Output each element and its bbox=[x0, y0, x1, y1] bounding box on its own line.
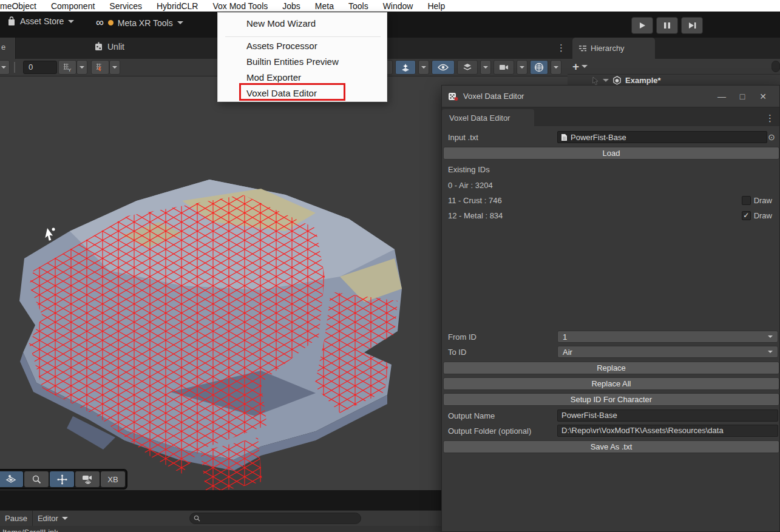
snap-button[interactable] bbox=[91, 60, 109, 75]
menu-gameobject[interactable]: meObject bbox=[0, 1, 44, 11]
grid-y-icon: Y bbox=[63, 63, 72, 72]
grid-size-field[interactable]: 0 bbox=[23, 61, 57, 74]
scene-kebab-menu[interactable]: ⋮ bbox=[557, 42, 566, 53]
output-name-field[interactable]: PowerFist-Base bbox=[557, 409, 778, 422]
chevron-down-icon bbox=[62, 517, 68, 520]
step-button[interactable] bbox=[681, 17, 703, 34]
menu-item-mod-exporter[interactable]: Mod Exporter bbox=[246, 72, 301, 82]
tab-hierarchy[interactable]: Hierarchy bbox=[572, 38, 655, 59]
gizmos-button[interactable] bbox=[530, 60, 548, 75]
dice-icon bbox=[448, 91, 458, 101]
pause-button[interactable] bbox=[656, 17, 678, 34]
shopping-bag-icon bbox=[7, 16, 16, 26]
draw-label: Draw bbox=[754, 211, 772, 220]
existing-ids-label: Existing IDs bbox=[442, 165, 490, 174]
draw-label: Draw bbox=[754, 196, 772, 205]
replace-button[interactable]: Replace bbox=[443, 362, 779, 374]
camera-icon bbox=[499, 64, 509, 71]
status-strip bbox=[0, 490, 441, 510]
menu-item-builtin-entities-preview[interactable]: Builtin Entities Preview bbox=[246, 56, 339, 67]
scene-visibility-button[interactable] bbox=[432, 60, 455, 75]
menu-separator bbox=[225, 36, 381, 37]
add-object-button[interactable]: + bbox=[572, 60, 579, 73]
menu-window[interactable]: Window bbox=[376, 1, 421, 11]
menu-item-assets-processor[interactable]: Assets Processor bbox=[246, 41, 317, 51]
toolbar-divider bbox=[14, 62, 15, 73]
asset-store-button[interactable]: Asset Store bbox=[7, 16, 74, 26]
effects-dropdown[interactable] bbox=[418, 60, 429, 75]
to-id-dropdown[interactable]: Air bbox=[557, 346, 778, 358]
grid-axis-button[interactable]: Y bbox=[58, 60, 76, 75]
cursor-marker bbox=[45, 228, 55, 241]
chevron-down-icon bbox=[768, 351, 773, 353]
layers-dropdown[interactable] bbox=[480, 60, 491, 75]
snap-dropdown[interactable] bbox=[109, 60, 120, 75]
scene-name-label: Example* bbox=[625, 76, 661, 85]
menu-component[interactable]: Component bbox=[44, 1, 102, 11]
magnifier-icon bbox=[32, 475, 41, 484]
menu-meta[interactable]: Meta bbox=[308, 1, 341, 11]
load-button[interactable]: Load bbox=[443, 147, 779, 160]
gizmos-dropdown[interactable] bbox=[551, 60, 561, 75]
error-pause-toggle[interactable]: Pause bbox=[0, 514, 27, 523]
replace-all-button[interactable]: Replace All bbox=[443, 377, 779, 390]
hierarchy-search-input[interactable] bbox=[772, 61, 780, 72]
play-icon bbox=[639, 22, 646, 29]
meta-xr-tools-button[interactable]: ∞ Meta XR Tools bbox=[96, 16, 183, 29]
menu-hybridclr[interactable]: HybridCLR bbox=[149, 1, 205, 11]
move-cross-icon bbox=[57, 474, 67, 485]
draw-checkbox-crust[interactable] bbox=[742, 196, 751, 205]
output-name-label: Output Name bbox=[442, 411, 495, 420]
editor-dropdown[interactable]: Editor bbox=[38, 514, 58, 523]
unity-scene-icon bbox=[612, 76, 622, 85]
menu-help[interactable]: Help bbox=[420, 1, 452, 11]
text-asset-icon bbox=[561, 133, 568, 141]
hierarchy-toolbar: + bbox=[568, 59, 780, 75]
step-icon bbox=[688, 22, 696, 29]
from-id-dropdown[interactable]: 1 bbox=[557, 331, 778, 343]
close-button[interactable]: ✕ bbox=[753, 89, 773, 104]
draw-checkbox-metal[interactable]: ✓ bbox=[742, 211, 751, 220]
camera-dropdown[interactable] bbox=[517, 60, 527, 75]
window-kebab-menu[interactable]: ⋮ bbox=[765, 113, 779, 126]
hierarchy-tab-label: Hierarchy bbox=[591, 44, 625, 53]
menu-services[interactable]: Services bbox=[102, 1, 149, 11]
move-tool-button[interactable] bbox=[50, 471, 74, 487]
menu-jobs[interactable]: Jobs bbox=[275, 1, 308, 11]
tool-dropdown-partial[interactable] bbox=[0, 60, 10, 75]
camera-button[interactable] bbox=[493, 60, 514, 75]
tab-voxel-data-editor[interactable]: Voxel Data Editor bbox=[442, 109, 534, 126]
output-folder-field[interactable]: D:\Repo\vr\VoxModTK\Assets\Resources\dat… bbox=[557, 425, 778, 437]
play-button[interactable] bbox=[631, 17, 653, 34]
minimize-button[interactable]: — bbox=[711, 89, 732, 104]
setup-id-for-character-button[interactable]: Setup ID For Character bbox=[443, 393, 779, 406]
menu-tools[interactable]: Tools bbox=[341, 1, 376, 11]
grid-axis-dropdown[interactable] bbox=[76, 60, 87, 75]
console-log-row[interactable]: Items/ScrollLink bbox=[0, 526, 441, 532]
save-as-txt-button[interactable]: Save As .txt bbox=[443, 440, 779, 453]
main-menu-bar: meObject Component Services HybridCLR Vo… bbox=[0, 0, 780, 12]
maximize-button[interactable]: □ bbox=[732, 89, 753, 104]
to-id-label: To ID bbox=[442, 348, 466, 357]
expand-triangle-icon[interactable] bbox=[603, 79, 609, 82]
layers-icon bbox=[463, 63, 472, 72]
xb-button[interactable]: XB bbox=[101, 471, 125, 487]
camera-view-button[interactable] bbox=[75, 471, 100, 487]
menu-vox-mod-tools[interactable]: Vox Mod Tools bbox=[205, 1, 275, 11]
draw-mode-dropdown[interactable]: Unlit bbox=[94, 42, 124, 52]
menu-item-new-mod-wizard[interactable]: New Mod Wizard bbox=[246, 18, 316, 29]
zoom-tool-button[interactable] bbox=[24, 471, 49, 487]
skybox-toggle-button[interactable] bbox=[0, 471, 23, 487]
chevron-down-icon bbox=[177, 21, 183, 24]
effects-sparkle-icon bbox=[401, 63, 410, 72]
object-picker-button[interactable]: ⊙ bbox=[766, 132, 777, 143]
layers-button[interactable] bbox=[457, 60, 478, 75]
input-txt-object-field[interactable]: PowerFist-Base bbox=[557, 131, 767, 143]
window-tabstrip: Voxel Data Editor ⋮ bbox=[442, 107, 779, 126]
window-titlebar[interactable]: Voxel Data Editor — □ ✕ bbox=[442, 86, 779, 107]
console-search-input[interactable] bbox=[189, 513, 361, 524]
effects-button[interactable] bbox=[395, 60, 416, 75]
id-row-crust: 11 - Crust : 746 bbox=[442, 196, 502, 205]
tab-scene-partial[interactable]: e bbox=[0, 38, 16, 59]
asset-store-label: Asset Store bbox=[20, 16, 64, 26]
